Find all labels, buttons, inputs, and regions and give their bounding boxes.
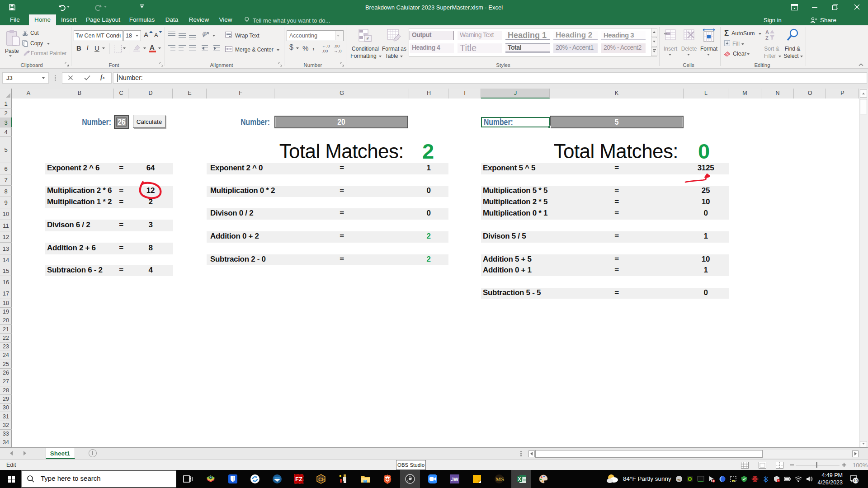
svg-text:X: X bbox=[518, 476, 521, 482]
svg-text:JW: JW bbox=[451, 477, 459, 482]
svg-text:ab: ab bbox=[202, 31, 207, 37]
svg-text:MS: MS bbox=[495, 476, 505, 483]
svg-text:CH: CH bbox=[318, 477, 326, 482]
svg-text:Z: Z bbox=[765, 35, 769, 41]
svg-text:A: A bbox=[765, 29, 769, 35]
svg-text:≠: ≠ bbox=[366, 36, 369, 41]
svg-text:FZ: FZ bbox=[295, 476, 302, 483]
